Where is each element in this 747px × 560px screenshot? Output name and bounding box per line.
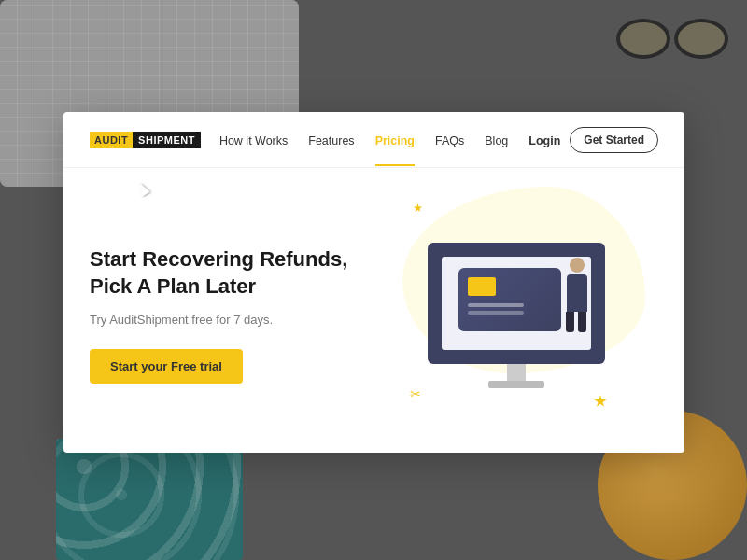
logo-shipment-text: SHIPMENT xyxy=(133,132,201,148)
hero-illustration: ✂ xyxy=(374,168,659,453)
logo-audit-text: AUDIT xyxy=(90,132,133,148)
nav-how-it-works[interactable]: How it Works xyxy=(219,134,288,147)
hero-text: Start Recovering Refunds, Pick A Plan La… xyxy=(90,237,374,384)
hero-title: Start Recovering Refunds, Pick A Plan La… xyxy=(90,246,374,300)
main-card: AUDITSHIPMENT How it Works Features Pric… xyxy=(63,112,684,453)
credit-card-illustration xyxy=(458,268,561,331)
person-legs xyxy=(566,312,588,332)
get-started-button[interactable]: Get Started xyxy=(570,127,658,153)
nav-links: How it Works Features Pricing FAQs Blog … xyxy=(219,132,560,148)
nav-features[interactable]: Features xyxy=(308,134,354,147)
star-decoration-small xyxy=(414,203,423,213)
monitor-stand xyxy=(507,364,526,381)
nav-pricing[interactable]: Pricing xyxy=(375,134,415,147)
notebook-decoration xyxy=(56,439,243,560)
nav-blog[interactable]: Blog xyxy=(485,134,508,147)
navbar: AUDITSHIPMENT How it Works Features Pric… xyxy=(63,112,684,168)
monitor-base xyxy=(488,381,544,388)
person-body xyxy=(567,274,587,312)
person-head xyxy=(570,258,585,273)
mouse-cursor xyxy=(138,182,153,201)
scissors-icon: ✂ xyxy=(410,386,421,401)
person-illustration xyxy=(566,258,588,332)
person-leg-left xyxy=(566,312,574,332)
glasses-decoration xyxy=(616,9,728,65)
logo: AUDITSHIPMENT xyxy=(90,132,201,148)
nav-login[interactable]: Login xyxy=(529,134,560,147)
free-trial-button[interactable]: Start your Free trial xyxy=(90,349,243,384)
monitor-illustration xyxy=(428,243,605,388)
person-leg-right xyxy=(578,312,586,332)
hero-section: Start Recovering Refunds, Pick A Plan La… xyxy=(63,168,684,453)
star-decoration xyxy=(594,395,607,408)
nav-faqs[interactable]: FAQs xyxy=(435,134,464,147)
hero-subtitle: Try AuditShipment free for 7 days. xyxy=(90,313,374,327)
